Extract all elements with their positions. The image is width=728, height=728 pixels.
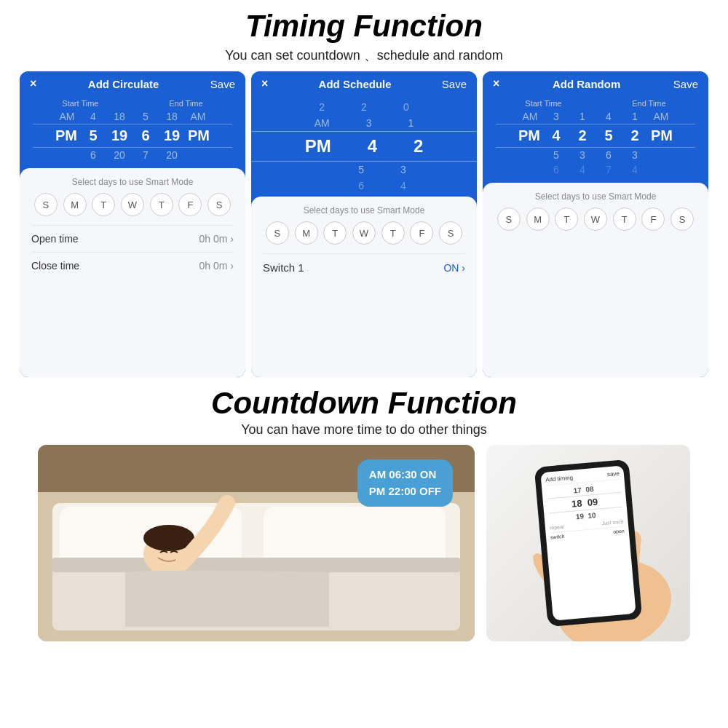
circulate-day-circles: S M T W T F S bbox=[31, 193, 234, 216]
schedule-bottom-panel: Select days to use Smart Mode S M T W T … bbox=[251, 197, 477, 377]
day-T2[interactable]: T bbox=[150, 193, 173, 216]
svg-rect-7 bbox=[52, 558, 460, 572]
open-time-value: 0h 0m › bbox=[199, 233, 234, 245]
phone-random: × Add Random Save Start Time End Time AM… bbox=[483, 71, 708, 377]
open-time-label: Open time bbox=[31, 233, 79, 245]
main-container: Timing Function You can set countdown 、s… bbox=[0, 0, 728, 728]
circulate-row-3: 6 20 7 20 bbox=[33, 148, 232, 162]
random-start-label: Start Time bbox=[525, 99, 561, 108]
chat-bubble: AM 06:30 ON PM 22:00 OFF bbox=[357, 459, 453, 507]
random-save-btn[interactable]: Save bbox=[673, 78, 698, 90]
day-T1[interactable]: T bbox=[92, 193, 115, 216]
day-S2[interactable]: S bbox=[207, 193, 231, 216]
phone-schedule: × Add Schedule Save 2 2 0 AM 3 1 PM bbox=[251, 71, 477, 377]
schedule-save-btn[interactable]: Save bbox=[442, 78, 467, 90]
close-time-value: 0h 0m › bbox=[199, 260, 234, 272]
schedule-row-selected: PM 4 2 bbox=[251, 131, 477, 162]
random-row-1: AM 3 1 4 1 AM bbox=[496, 109, 695, 124]
svg-rect-5 bbox=[264, 507, 446, 565]
end-time-label: End Time bbox=[169, 99, 202, 108]
schedule-day-circles: S M T W T F S bbox=[263, 221, 465, 245]
countdown-subtitle: You can have more time to do other thing… bbox=[241, 422, 487, 438]
rand-day-T2[interactable]: T bbox=[613, 207, 636, 231]
schedule-time-area: 2 2 0 AM 3 1 PM 4 2 5 3 bbox=[251, 96, 477, 194]
circulate-row-selected: PM 5 19 6 19 PM bbox=[33, 124, 232, 148]
sched-day-T1[interactable]: T bbox=[323, 221, 347, 245]
close-time-row[interactable]: Close time 0h 0m › bbox=[31, 252, 234, 279]
open-time-row[interactable]: Open time 0h 0m › bbox=[31, 225, 234, 252]
rand-day-S2[interactable]: S bbox=[670, 207, 694, 231]
sched-day-T2[interactable]: T bbox=[381, 221, 405, 245]
sched-day-S2[interactable]: S bbox=[439, 221, 462, 245]
switch-label: Switch 1 bbox=[263, 261, 304, 274]
timing-title: Timing Function bbox=[245, 9, 483, 44]
random-row-3: 5 3 6 3 bbox=[496, 148, 695, 162]
rand-day-F1[interactable]: F bbox=[641, 207, 665, 231]
countdown-title: Countdown Function bbox=[211, 386, 517, 421]
circulate-time-labels: Start Time End Time bbox=[27, 99, 238, 108]
bed-image: AM 06:30 ON PM 22:00 OFF bbox=[38, 445, 475, 641]
countdown-section: Countdown Function You can have more tim… bbox=[0, 383, 728, 641]
day-W1[interactable]: W bbox=[121, 193, 144, 216]
schedule-row-below1: 5 3 bbox=[251, 162, 477, 178]
chat-line1: AM 06:30 ON bbox=[369, 467, 441, 483]
schedule-row-below2: 6 4 bbox=[251, 178, 477, 194]
circulate-header: × Add Circulate Save bbox=[20, 71, 245, 96]
day-M1[interactable]: M bbox=[63, 193, 87, 216]
mini-phone: Add timing save 17 08 18 09 19 10 repeat… bbox=[534, 459, 643, 627]
mini-phone-screen: Add timing save 17 08 18 09 19 10 repeat… bbox=[540, 465, 636, 620]
random-row-4: 6 4 7 4 bbox=[496, 162, 695, 177]
schedule-title: Add Schedule bbox=[319, 78, 392, 90]
sched-day-S1[interactable]: S bbox=[266, 221, 289, 245]
random-end-label: End Time bbox=[632, 99, 665, 108]
schedule-row-am: AM 3 1 bbox=[251, 115, 477, 131]
random-bottom-panel: Select days to use Smart Mode S M T W T … bbox=[483, 183, 708, 377]
schedule-smart-mode-label: Select days to use Smart Mode bbox=[263, 205, 465, 215]
countdown-images-row: AM 06:30 ON PM 22:00 OFF bbox=[15, 445, 713, 641]
schedule-close-btn[interactable]: × bbox=[261, 77, 268, 90]
mini-header-title: Add timing bbox=[545, 475, 573, 483]
chat-line2: PM 22:00 OFF bbox=[369, 483, 441, 500]
sched-day-W1[interactable]: W bbox=[352, 221, 376, 245]
phone-hand-image: Add timing save 17 08 18 09 19 10 repeat… bbox=[486, 445, 690, 641]
rand-day-W1[interactable]: W bbox=[584, 207, 607, 231]
circulate-close-btn[interactable]: × bbox=[30, 77, 36, 90]
circulate-time-picker: Start Time End Time AM 4 18 5 18 AM bbox=[20, 96, 245, 165]
phone-circulate: × Add Circulate Save Start Time End Time… bbox=[20, 71, 245, 377]
switch-value: ON › bbox=[443, 262, 465, 274]
sched-day-M1[interactable]: M bbox=[295, 221, 318, 245]
schedule-row-top: 2 2 0 bbox=[251, 99, 477, 115]
switch-row[interactable]: Switch 1 ON › bbox=[263, 253, 465, 281]
random-time-picker: Start Time End Time AM 3 1 4 1 AM PM 4 bbox=[483, 96, 708, 180]
random-time-labels: Start Time End Time bbox=[490, 99, 701, 108]
circulate-title: Add Circulate bbox=[88, 78, 159, 90]
random-title: Add Random bbox=[553, 78, 620, 90]
timing-subtitle: You can set countdown 、schedule and rand… bbox=[225, 47, 503, 64]
rand-day-S1[interactable]: S bbox=[497, 207, 521, 231]
circulate-time-rows: AM 4 18 5 18 AM PM 5 19 6 19 PM bbox=[27, 109, 238, 162]
random-close-btn[interactable]: × bbox=[493, 77, 499, 90]
rand-day-T1[interactable]: T bbox=[555, 207, 578, 231]
random-smart-mode-label: Select days to use Smart Mode bbox=[494, 191, 697, 202]
start-time-label: Start Time bbox=[62, 99, 98, 108]
random-header: × Add Random Save bbox=[483, 71, 708, 96]
close-time-label: Close time bbox=[31, 260, 79, 272]
random-row-selected: PM 4 2 5 2 PM bbox=[496, 124, 695, 148]
circulate-smart-mode-label: Select days to use Smart Mode bbox=[31, 177, 234, 187]
random-time-rows: AM 3 1 4 1 AM PM 4 2 5 2 PM bbox=[490, 109, 701, 177]
random-day-circles: S M T W T F S bbox=[494, 207, 697, 231]
schedule-header: × Add Schedule Save bbox=[251, 71, 477, 96]
mini-header-save: save bbox=[607, 470, 620, 478]
circulate-bottom-panel: Select days to use Smart Mode S M T W T … bbox=[20, 168, 245, 377]
day-S1[interactable]: S bbox=[34, 193, 58, 216]
sched-day-F1[interactable]: F bbox=[410, 221, 433, 245]
phones-row: × Add Circulate Save Start Time End Time… bbox=[7, 71, 721, 377]
rand-day-M1[interactable]: M bbox=[526, 207, 550, 231]
circulate-row-1: AM 4 18 5 18 AM bbox=[33, 109, 232, 124]
day-F1[interactable]: F bbox=[178, 193, 202, 216]
circulate-save-btn[interactable]: Save bbox=[210, 78, 235, 90]
